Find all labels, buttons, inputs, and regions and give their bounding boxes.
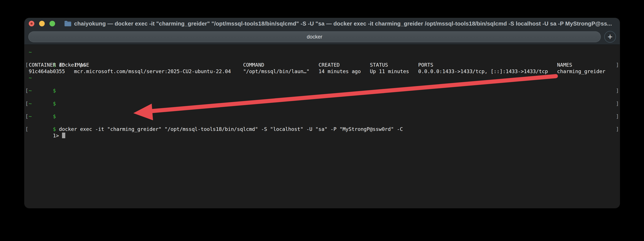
table-header: CONTAINER ID — [29, 62, 65, 68]
minimize-button[interactable] — [39, 21, 45, 26]
table-header: COMMAND — [243, 62, 264, 68]
table-header: STATUS — [370, 62, 388, 68]
tab-bar: docker + — [24, 29, 620, 44]
terminal-line-prompt: [$docker exec -it "charming_greider" "/o… — [29, 120, 617, 126]
table-header-row: CONTAINER IDIMAGECOMMANDCREATEDSTATUSPOR… — [29, 62, 617, 68]
table-header: PORTS — [418, 62, 433, 68]
window-title: chaiyokung — docker exec -it "charming_g… — [74, 20, 616, 27]
prompt-mark-open: [ — [25, 87, 28, 94]
tab-docker[interactable]: docker — [28, 31, 601, 42]
table-header: IMAGE — [74, 62, 89, 68]
tilde: ~ — [29, 113, 32, 119]
terminal-line-prompt: [$] — [29, 94, 617, 100]
terminal-line: ~ — [29, 75, 617, 81]
terminal-line-prompt: [$] — [29, 107, 617, 113]
desktop: chaiyokung — docker exec -it "charming_g… — [0, 0, 644, 241]
terminal-line: ~ — [29, 49, 617, 55]
tilde: ~ — [29, 75, 32, 81]
terminal-line-prompt: [$docker ps] — [29, 55, 617, 62]
prompt-mark-open: [ — [25, 62, 28, 68]
tilde: ~ — [29, 88, 32, 93]
traffic-lights — [29, 21, 55, 26]
table-cell-ports: 0.0.0.0:1433->1433/tcp, [::]:1433->1433/… — [418, 68, 548, 75]
terminal-content[interactable]: ~ [$docker ps] CONTAINER IDIMAGECOMMANDC… — [24, 45, 620, 208]
prompt-mark-open: [ — [25, 113, 28, 120]
table-cell-image: mcr.microsoft.com/mssql/server:2025-CU2-… — [74, 68, 231, 75]
tilde: ~ — [29, 49, 32, 55]
terminal-line: ~ — [29, 87, 617, 94]
new-tab-button[interactable]: + — [604, 31, 616, 43]
terminal-line-prompt: [$] — [29, 81, 617, 87]
table-cell-container-id: 91c464ab0355 — [29, 68, 65, 75]
table-cell-created: 14 minutes ago — [318, 68, 361, 75]
text-cursor — [62, 133, 65, 138]
prompt-mark-open: [ — [25, 126, 28, 132]
prompt-mark-open: [ — [25, 100, 28, 107]
titlebar[interactable]: chaiyokung — docker exec -it "charming_g… — [24, 18, 620, 29]
table-header: NAMES — [557, 62, 572, 68]
terminal-line: ~ — [29, 100, 617, 107]
table-row: 91c464ab0355mcr.microsoft.com/mssql/serv… — [29, 68, 617, 75]
maximize-button[interactable] — [50, 21, 55, 26]
table-cell-command: "/opt/mssql/bin/laun…" — [243, 68, 310, 75]
window-chrome: chaiyokung — docker exec -it "charming_g… — [24, 18, 620, 45]
terminal-window: chaiyokung — docker exec -it "charming_g… — [24, 18, 620, 208]
table-cell-names: charming_greider — [557, 68, 605, 75]
table-header: CREATED — [318, 62, 340, 68]
sqlcmd-prompt: 1> — [53, 133, 59, 138]
terminal-line: ~ — [29, 113, 617, 120]
table-cell-status: Up 11 minutes — [370, 68, 409, 75]
terminal-line-input: 1> — [29, 126, 617, 132]
tilde: ~ — [29, 101, 32, 106]
tab-label: docker — [307, 34, 322, 40]
folder-icon — [64, 21, 72, 27]
close-button[interactable] — [29, 21, 34, 26]
